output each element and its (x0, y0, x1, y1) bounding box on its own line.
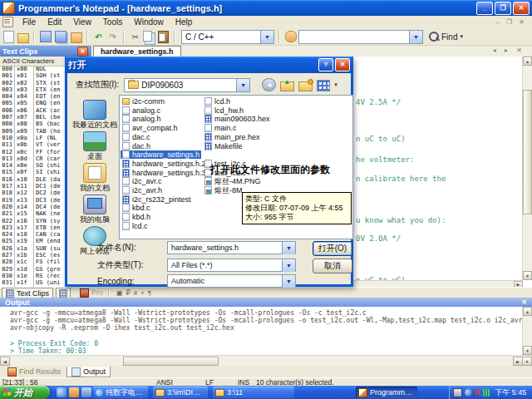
projects-icon[interactable] (80, 288, 89, 298)
quick-find-button[interactable] (284, 31, 297, 43)
file-item[interactable]: hardware_settings.h (121, 150, 201, 159)
find-button[interactable]: Find ▾ (425, 30, 467, 44)
taskbar-task[interactable]: 纯数字电视 - 实 (93, 387, 148, 398)
chevron-down-icon[interactable]: ▼ (260, 31, 273, 43)
file-item[interactable]: i2c_avr.c (121, 177, 164, 185)
file-item[interactable]: avr_compat.h (121, 124, 180, 132)
file-item[interactable]: analog.c (121, 106, 162, 115)
scroll-down-icon[interactable]: ▼ (523, 346, 532, 355)
file-item[interactable]: main090603.hex (203, 115, 272, 123)
close-file-button[interactable] (70, 31, 82, 43)
menu-window[interactable]: Window (128, 16, 170, 28)
file-item[interactable]: hardware_settings.h.22 (121, 160, 212, 168)
file-item[interactable]: main_pre.hex (203, 133, 262, 141)
file-item[interactable]: i2c_rs232_pintest (121, 195, 193, 204)
chevron-down-icon[interactable]: ▼ (236, 79, 249, 91)
kmplayer-tray-icon[interactable]: K (475, 389, 480, 397)
file-item[interactable]: analog.h (121, 115, 163, 123)
new-folder-icon[interactable] (298, 81, 313, 91)
menu-tools[interactable]: Tools (97, 16, 128, 28)
tab-scroll-controls[interactable]: ◂ ▸ ✕ (493, 47, 525, 54)
scrollbar-thumb[interactable] (123, 357, 219, 366)
help-button[interactable]: ? (318, 58, 333, 71)
view-menu-icon[interactable] (317, 80, 330, 91)
file-item[interactable]: lcd.c (121, 222, 150, 230)
menu-view[interactable]: View (67, 16, 97, 28)
maximize-button[interactable]: ❐ (495, 2, 511, 15)
file-item[interactable]: lcd.h (203, 97, 232, 106)
place-item[interactable]: 桌面 (72, 131, 117, 160)
file-type-select[interactable]: All Files (*.*) ▼ (167, 259, 296, 272)
cancel-button[interactable]: 取消 (313, 259, 352, 273)
tab-secondary-panel[interactable] (56, 288, 71, 298)
open-file-button[interactable] (17, 31, 29, 43)
scroll-up-icon[interactable]: ▲ (523, 57, 532, 66)
file-item[interactable]: i2c_avr.h (121, 186, 164, 195)
file-item[interactable]: kbd.h (121, 213, 152, 221)
tab-output[interactable]: Output (66, 367, 111, 377)
taskbar-task[interactable]: Programmer's Not... (356, 387, 417, 398)
tab-text-clips[interactable]: Text Clips (2, 288, 53, 298)
output-vertical-scrollbar[interactable]: ▲ ▼ (522, 307, 532, 355)
open-button[interactable]: 打开(O) (313, 241, 352, 256)
signal-tray-icon[interactable] (483, 389, 490, 397)
up-one-level-icon[interactable] (280, 81, 294, 91)
strip-tool-icon[interactable]: ¶ (146, 289, 153, 297)
file-item[interactable]: dac.h (121, 142, 152, 150)
file-item[interactable]: i2c-comm (121, 97, 166, 106)
file-item[interactable]: hardware_settings.h.30 (121, 169, 212, 177)
file-item[interactable]: dac.c (121, 133, 152, 141)
taskbar-task[interactable]: 3:\im\DIP090603 (153, 387, 208, 398)
file-item[interactable]: main.c (203, 124, 239, 132)
close-button[interactable]: ✕ (513, 2, 530, 15)
scroll-down-icon[interactable]: ▼ (523, 271, 532, 280)
strip-tool-icon[interactable]: + (139, 289, 146, 297)
scroll-up-icon[interactable]: ▲ (523, 307, 532, 316)
output-header[interactable]: Output ✕ (0, 298, 532, 307)
minimize-button[interactable]: _ (476, 2, 493, 15)
file-item[interactable]: 熔丝-8M (203, 186, 244, 195)
chevron-down-icon[interactable]: ▼ (409, 31, 422, 43)
output-horizontal-scrollbar[interactable]: ◀ ▶ ▼ (0, 355, 532, 366)
chevron-down-icon[interactable]: ▾ (334, 81, 337, 88)
copy-button[interactable] (143, 31, 155, 43)
panel-close-button[interactable]: ✕ (77, 47, 88, 57)
menu-edit[interactable]: Edit (42, 16, 67, 28)
cut-button[interactable]: ✂ (129, 31, 141, 43)
strip-tool-icon[interactable]: # (132, 289, 139, 297)
tab-find-results[interactable]: Find Results (3, 367, 65, 377)
new-file-button[interactable] (2, 31, 15, 43)
search-input[interactable]: ▼ (298, 30, 423, 44)
place-item[interactable]: 我的文档 (72, 163, 117, 192)
file-item[interactable]: lcd_hw.h (203, 106, 245, 115)
file-item[interactable]: Makefile (203, 142, 244, 150)
strip-tool-icon[interactable]: ₽ (125, 289, 132, 297)
scheme-select[interactable]: C / C++ ▼ (181, 30, 274, 44)
taskbar-task[interactable]: 3:\11 (213, 387, 294, 398)
chevron-down-icon[interactable]: ▼ (282, 259, 295, 272)
menu-file[interactable]: File (17, 16, 42, 28)
strip-tool-icon[interactable]: ▣ (115, 289, 125, 297)
window-titlebar[interactable]: Programmer's Notepad - [hardware_setting… (0, 0, 532, 16)
dialog-titlebar[interactable]: 打开 ? ✕ (65, 57, 353, 73)
tab-hardware-settings[interactable]: hardware_settings.h (93, 46, 181, 57)
quick-launch-icon[interactable] (81, 387, 91, 397)
display-tray-icon[interactable] (453, 388, 462, 397)
place-item[interactable]: 我的电脑 (72, 195, 117, 224)
chevron-down-icon[interactable]: ▼ (282, 242, 295, 254)
quick-launch-icon[interactable] (57, 387, 66, 397)
dialog-close-button[interactable]: ✕ (335, 58, 350, 71)
save-button[interactable] (39, 31, 52, 43)
panel-header[interactable]: Text Clips ✕ (0, 46, 91, 57)
chevron-down-icon[interactable]: ▼ (282, 275, 295, 288)
scrollbar-thumb[interactable] (523, 90, 532, 214)
look-in-select[interactable]: DIP090603 ▼ (124, 78, 250, 92)
encoding-select[interactable]: Automatic ▼ (167, 274, 296, 288)
back-icon[interactable]: ◄ (262, 78, 276, 91)
save-all-button[interactable] (53, 31, 68, 43)
menu-help[interactable]: Help (170, 16, 199, 28)
output-console[interactable]: avr-gcc -g -mmcu=atmega8 -Wall -Wstrict-… (0, 307, 523, 355)
editor-vertical-scrollbar[interactable]: ▲ ▼ (522, 57, 532, 280)
redo-button[interactable]: ↷ (106, 31, 119, 43)
network-tray-icon[interactable] (465, 389, 472, 397)
